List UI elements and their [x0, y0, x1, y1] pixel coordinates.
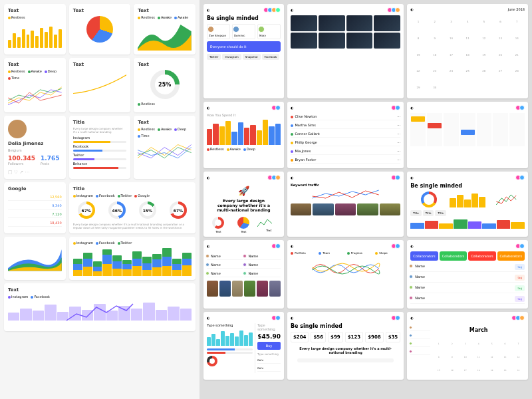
stacked-bars-widget: InstagramFacebookTwitter [69, 237, 196, 280]
bar-chart-widget: Text Restless [4, 4, 66, 55]
contact-row: Philip George⋯ [291, 139, 400, 146]
dashboard-calendar[interactable]: ◐June 2018 1234567 891011121314 15161718… [407, 4, 528, 98]
buy-button[interactable]: Buy [257, 342, 281, 350]
line-chart [8, 82, 62, 108]
donut-widget: Text 25% Restless [134, 58, 196, 112]
contact-row: Clive Newton⋯ [291, 113, 400, 120]
dashboard-timeline[interactable]: ◐ [407, 102, 528, 168]
multiline-widget: Text RestlessAwakeDeepTime [4, 58, 66, 112]
dashboard-march[interactable]: ◐ March 1234567 891011121314 15161718192… [407, 312, 528, 380]
stacked-area-widget [4, 237, 66, 280]
dashboard-stats[interactable]: ◐ Be single minded $204 $56 $99 $123 $90… [287, 312, 404, 380]
contact-row: Mia Jones⋯ [291, 148, 400, 155]
list-widget: Google 12,560 9,340 7,120 18,430 [4, 182, 66, 233]
bar-chart [8, 21, 62, 48]
donut-chart: 25% [150, 70, 180, 99]
progress-widget: Title Every large design company whether… [69, 116, 131, 179]
contact-row: Bryan Foster⋯ [291, 156, 400, 164]
dashboard-photos[interactable]: ◐ NameNameName NameNameName [203, 240, 284, 309]
widget-title: Text [8, 8, 62, 13]
rings-widget: Title InstagramFacebookTwitterGoogle 67%… [69, 182, 196, 233]
rocket-icon: 🚀 [207, 186, 281, 196]
progress-item: Twitter [73, 153, 127, 160]
area-chart [138, 21, 192, 51]
wave-chart [291, 257, 400, 281]
dashboard-waves[interactable]: ◐ Portfolio Team Progress Shope [287, 240, 404, 309]
profile-widget: Delia Jimenez Belgium 100.345Followers 1… [4, 116, 66, 179]
contact-row: Martha Sims⋯ [291, 122, 400, 129]
list-item: 9,340 [8, 202, 62, 209]
dashboards-panel: ◐ Be single minded Zoe Simpson Dominic M… [200, 0, 532, 399]
multiline-widget-2: Text RestlessAwakeDeepTime [134, 116, 196, 179]
combo-chart-widget: Text InstagramFacebook [4, 283, 196, 331]
widgets-panel: Text Restless Text Text RestlessAwakeAwa… [0, 0, 200, 399]
dashboard-colorbars[interactable]: ◐ Be single minded TitleTitleTitle [407, 172, 528, 237]
list-item: 7,120 [8, 211, 62, 218]
dashboard-keywords[interactable]: ◐ Keyword traffic [287, 172, 404, 237]
list-item: 12,560 [8, 194, 62, 201]
promo-banner[interactable]: Everyone should do it [207, 41, 281, 52]
curve-widget: Text [69, 58, 131, 112]
calendar-grid: 1234567 891011121314 15161718192021 2223… [410, 14, 525, 95]
profile-name: Delia Jimenez [8, 141, 62, 146]
dashboard-barchart[interactable]: ◐ How You Spend It RestlessAwakeDeep [203, 102, 284, 168]
social-icons[interactable]: □ ♡ ↗ ⋯ [8, 170, 62, 175]
progress-item: Facebook [73, 144, 127, 152]
progress-item: Behance [73, 162, 127, 169]
pie-chart-widget: Text [69, 4, 131, 55]
dashboard-collaborators[interactable]: ◐ Collaborators Collaborators Collaborat… [407, 240, 528, 309]
area-chart-widget: Text RestlessAwakeAwake [134, 4, 196, 55]
dashboard-compose[interactable]: ◐ Type something Type something $45.90 B… [203, 312, 284, 380]
dashboard-gallery[interactable]: ◐ [287, 4, 404, 98]
pie-chart [86, 16, 113, 43]
curve-chart [73, 69, 127, 98]
dashboard-hero[interactable]: ◐ 🚀 Every large design company whether i… [203, 172, 284, 237]
avatar [8, 120, 27, 138]
dashboard-contacts[interactable]: ◐ Clive Newton⋯ Martha Sims⋯ Connor Gall… [287, 102, 404, 168]
list-item: 18,430 [8, 219, 62, 227]
dashboard-people[interactable]: ◐ Be single minded Zoe Simpson Dominic M… [203, 4, 284, 98]
contact-row: Connor Gallant⋯ [291, 130, 400, 138]
progress-item: Instagram [73, 136, 127, 143]
